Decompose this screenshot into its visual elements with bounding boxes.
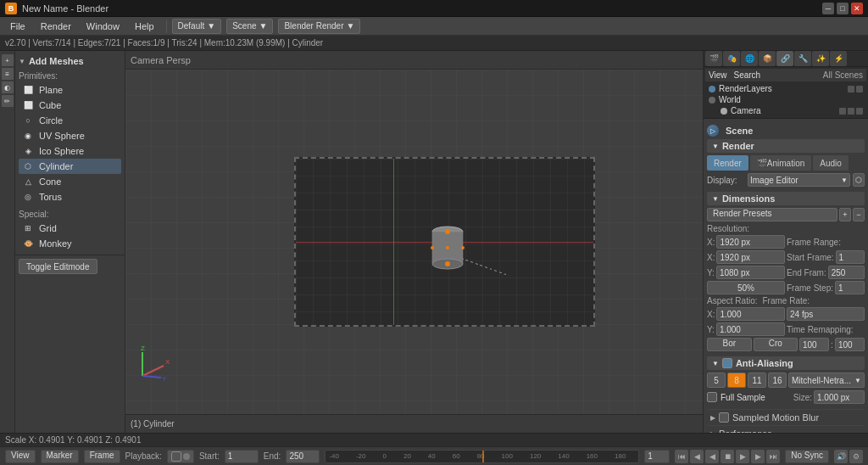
mesh-cube[interactable]: ⬜ Cube bbox=[19, 98, 121, 113]
aa-btn-8[interactable]: 8 bbox=[727, 373, 746, 388]
mesh-cylinder[interactable]: ⬡ Cylinder bbox=[19, 159, 121, 174]
outliner-camera[interactable]: Camera bbox=[705, 105, 866, 116]
time-old-input[interactable]: 100 bbox=[799, 338, 829, 351]
end-input[interactable]: 250 bbox=[828, 266, 865, 279]
camera-render-icon[interactable] bbox=[848, 108, 854, 115]
aa-btn-11[interactable]: 11 bbox=[748, 373, 766, 388]
render-icon[interactable] bbox=[856, 86, 863, 92]
tab-object[interactable]: 📦 bbox=[759, 51, 776, 66]
tab-world[interactable]: 🌐 bbox=[741, 51, 758, 66]
presets-remove-btn[interactable]: − bbox=[853, 208, 865, 221]
render-tab-render[interactable]: Render bbox=[707, 155, 748, 171]
end-frame-input[interactable]: 250 bbox=[286, 450, 320, 463]
display-select[interactable]: Image Editor ▼ bbox=[748, 173, 850, 187]
menu-window[interactable]: Window bbox=[80, 20, 126, 33]
timeline[interactable]: -40 -20 0 20 40 60 80 100 120 140 160 18… bbox=[325, 450, 639, 463]
res-x2-input[interactable]: 1920 px bbox=[716, 250, 785, 264]
engine-selector[interactable]: Blender Render ▼ bbox=[278, 19, 360, 34]
menu-file[interactable]: File bbox=[3, 20, 32, 33]
mesh-cone[interactable]: △ Cone bbox=[19, 174, 121, 189]
next-frame-btn[interactable]: ▶ bbox=[751, 450, 765, 463]
mesh-plane[interactable]: ⬜ Plane bbox=[19, 82, 121, 98]
menu-render[interactable]: Render bbox=[34, 20, 78, 33]
mesh-monkey[interactable]: 🐵 Monkey bbox=[19, 236, 121, 251]
render-tab-audio[interactable]: Audio bbox=[813, 155, 849, 171]
close-button[interactable]: ✕ bbox=[851, 3, 863, 14]
icon-btn-2[interactable]: ⚙ bbox=[849, 450, 863, 463]
playback-checkbox[interactable] bbox=[167, 450, 194, 463]
tab-render[interactable]: 🎬 bbox=[705, 51, 722, 66]
viewport[interactable]: Camera Persp bbox=[125, 51, 703, 433]
camera-extra-icon[interactable] bbox=[856, 108, 863, 115]
render-header[interactable]: Render bbox=[707, 139, 865, 153]
tab-constraints[interactable]: 🔗 bbox=[776, 51, 793, 66]
prev-frame-btn[interactable]: ◀ bbox=[690, 450, 704, 463]
border-btn[interactable]: Bor bbox=[707, 338, 752, 351]
render-tab-animation[interactable]: 🎬 Animation bbox=[750, 155, 811, 171]
current-frame-input[interactable]: 1 bbox=[644, 450, 670, 463]
menu-help[interactable]: Help bbox=[128, 20, 161, 33]
viewport-canvas[interactable]: X Z Y bbox=[125, 70, 703, 414]
outliner-world[interactable]: World bbox=[705, 94, 866, 105]
fps-input[interactable]: 24 fps bbox=[787, 307, 865, 321]
tool-grease[interactable]: ✏ bbox=[2, 95, 14, 107]
time-new-input[interactable]: 100 bbox=[835, 338, 865, 351]
skip-start-btn[interactable]: ⏮ bbox=[675, 450, 688, 463]
mesh-uvsphere[interactable]: ◉ UV Sphere bbox=[19, 128, 121, 143]
aa-btn-5[interactable]: 5 bbox=[707, 373, 726, 388]
play-reverse-btn[interactable]: ◀ bbox=[705, 450, 719, 463]
eye-icon[interactable] bbox=[848, 86, 854, 92]
mesh-icosphere[interactable]: ◈ Ico Sphere bbox=[19, 143, 121, 159]
performance-section[interactable]: ▶ Performance bbox=[707, 425, 865, 433]
outliner-renderlayers[interactable]: RenderLayers bbox=[705, 83, 866, 94]
icon-btn-1[interactable]: 🔊 bbox=[834, 450, 848, 463]
layout-selector[interactable]: Default ▼ bbox=[172, 19, 222, 34]
start-input[interactable]: 1 bbox=[836, 250, 865, 264]
res-y-input[interactable]: 1080 px bbox=[716, 266, 785, 279]
motion-blur-section[interactable]: ▶ Sampled Motion Blur bbox=[707, 409, 865, 425]
res-x-input[interactable]: 1920 px bbox=[716, 235, 785, 249]
motion-blur-checkbox[interactable] bbox=[719, 412, 729, 423]
aa-btn-16[interactable]: 16 bbox=[768, 373, 787, 388]
step-input[interactable]: 1 bbox=[835, 281, 865, 294]
scene-selector[interactable]: Scene ▼ bbox=[226, 19, 273, 34]
mesh-grid[interactable]: ⊞ Grid bbox=[19, 221, 121, 236]
tool-create[interactable]: + bbox=[2, 54, 14, 66]
play-btn[interactable]: ▶ bbox=[736, 450, 749, 463]
view-label[interactable]: View bbox=[709, 70, 727, 80]
tab-physics[interactable]: ⚡ bbox=[830, 51, 847, 66]
crop-btn[interactable]: Cro bbox=[754, 338, 798, 351]
maximize-button[interactable]: □ bbox=[837, 3, 849, 14]
presets-add-btn[interactable]: + bbox=[839, 208, 851, 221]
frame-btn[interactable]: Frame bbox=[84, 450, 120, 463]
playback-cb[interactable] bbox=[171, 451, 181, 462]
tab-scene[interactable]: 🎭 bbox=[723, 51, 740, 66]
view-btn[interactable]: View bbox=[5, 450, 36, 463]
skip-end-btn[interactable]: ⏭ bbox=[766, 450, 780, 463]
mesh-torus[interactable]: ◎ Torus bbox=[19, 189, 121, 204]
aspect-x-input[interactable]: 1.000 bbox=[716, 307, 785, 321]
start-frame-input[interactable]: 1 bbox=[225, 450, 259, 463]
tab-modifiers[interactable]: 🔧 bbox=[794, 51, 811, 66]
render-presets-btn[interactable]: Render Presets bbox=[707, 208, 837, 221]
search-label[interactable]: Search bbox=[734, 70, 761, 80]
no-sync-btn[interactable]: No Sync bbox=[785, 450, 829, 463]
pct-input[interactable]: 50% bbox=[707, 281, 785, 294]
aa-filter-select[interactable]: Mitchell-Netra... ▼ bbox=[788, 373, 865, 388]
dimensions-header[interactable]: Dimensions bbox=[707, 192, 865, 205]
camera-eye-icon[interactable] bbox=[839, 108, 846, 115]
minimize-button[interactable]: ─ bbox=[822, 3, 834, 14]
mesh-circle[interactable]: ○ Circle bbox=[19, 113, 121, 128]
display-icon-btn[interactable]: ⬡ bbox=[853, 173, 865, 187]
aspect-y-input[interactable]: 1.000 bbox=[716, 322, 785, 336]
size-input[interactable]: 1.000 px bbox=[814, 390, 865, 404]
stop-btn[interactable]: ⏹ bbox=[721, 450, 734, 463]
full-sample-checkbox[interactable] bbox=[707, 392, 717, 402]
tool-shading[interactable]: ◐ bbox=[2, 81, 14, 93]
tool-options[interactable]: ≡ bbox=[2, 68, 14, 80]
aa-header[interactable]: Anti-Aliasing bbox=[707, 356, 865, 370]
toggle-editmode-button[interactable]: Toggle Editmode bbox=[19, 259, 97, 274]
tab-particles[interactable]: ✨ bbox=[812, 51, 829, 66]
marker-btn[interactable]: Marker bbox=[41, 450, 79, 463]
aa-checkbox[interactable] bbox=[722, 358, 732, 368]
